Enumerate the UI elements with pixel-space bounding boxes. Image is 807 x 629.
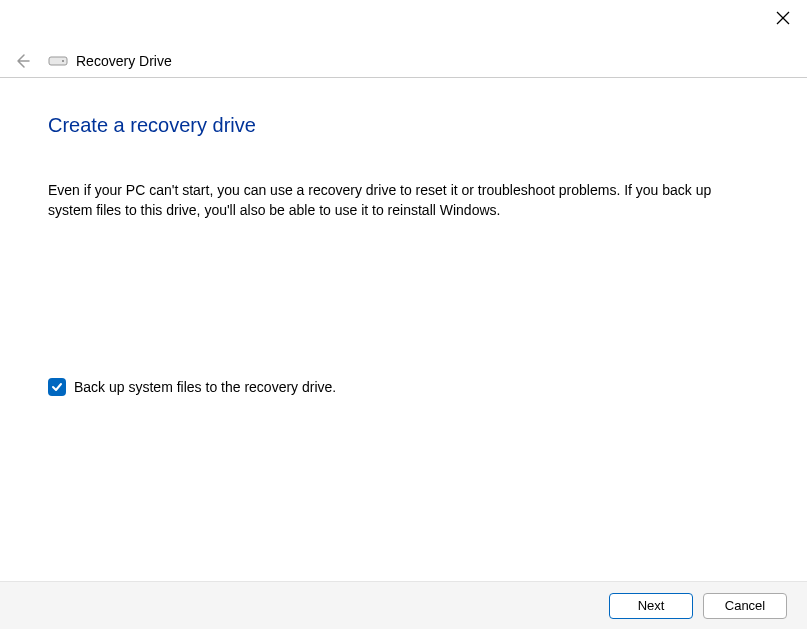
back-arrow-icon bbox=[14, 53, 30, 69]
svg-rect-3 bbox=[62, 60, 64, 62]
cancel-button[interactable]: Cancel bbox=[703, 593, 787, 619]
backup-checkbox[interactable] bbox=[48, 378, 66, 396]
close-icon bbox=[776, 11, 790, 25]
header-title: Recovery Drive bbox=[76, 53, 172, 69]
backup-checkbox-label: Back up system files to the recovery dri… bbox=[74, 379, 336, 395]
backup-checkbox-row: Back up system files to the recovery dri… bbox=[48, 378, 759, 396]
wizard-footer: Next Cancel bbox=[0, 581, 807, 629]
checkmark-icon bbox=[51, 381, 63, 393]
page-title: Create a recovery drive bbox=[48, 114, 759, 137]
description-text: Even if your PC can't start, you can use… bbox=[48, 181, 759, 220]
drive-icon bbox=[48, 54, 68, 68]
close-button[interactable] bbox=[773, 8, 793, 28]
next-button[interactable]: Next bbox=[609, 593, 693, 619]
content-area: Create a recovery drive Even if your PC … bbox=[0, 78, 807, 581]
back-button[interactable] bbox=[10, 49, 34, 73]
svg-rect-2 bbox=[49, 57, 67, 65]
wizard-header: Recovery Drive bbox=[0, 44, 807, 78]
